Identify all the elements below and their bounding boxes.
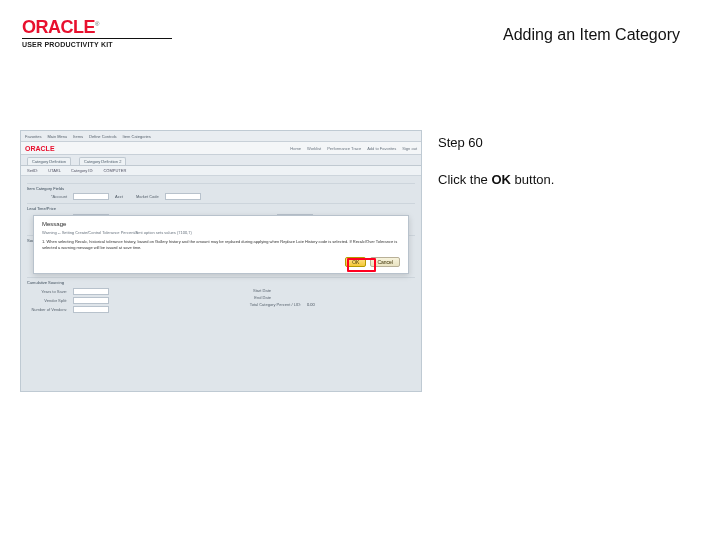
top-link[interactable]: Performance Trace: [327, 146, 361, 151]
account-hint: Acct: [115, 194, 123, 199]
vendor-split-field[interactable]: [73, 297, 109, 304]
app-brand-logo: ORACLE: [25, 145, 55, 152]
instruction-suffix: button.: [511, 172, 554, 187]
years-to-save-field[interactable]: [73, 288, 109, 295]
number-of-vendors-label: Number of Vendors:: [27, 307, 67, 312]
breadcrumb-item[interactable]: Define Controls: [89, 134, 117, 139]
start-date-label: Start Date: [231, 288, 271, 293]
section-lead-time-price: Lead Time/Price: [27, 203, 415, 211]
tab-category-definition-2[interactable]: Category Definition 2: [79, 157, 126, 165]
breadcrumb-item[interactable]: Item Categories: [123, 134, 151, 139]
top-link[interactable]: Worklist: [307, 146, 321, 151]
brand-tm: ®: [95, 21, 99, 27]
section-item-category-fields: Item Category Fields: [27, 183, 415, 191]
category-id-label: Category ID:: [71, 168, 93, 173]
breadcrumb-bar: Favorites Main Menu Items Define Control…: [21, 131, 421, 142]
top-link[interactable]: Home: [290, 146, 301, 151]
breadcrumb-item[interactable]: Items: [73, 134, 83, 139]
form-row: *Account Acct Market Code: [27, 193, 415, 200]
setid-label: SetID:: [27, 168, 38, 173]
number-of-vendors-field[interactable]: [73, 306, 109, 313]
page-title: Adding an Item Category: [503, 26, 680, 44]
dialog-button-row: OK Cancel: [42, 257, 400, 267]
category-id-value: COMPUTER: [103, 168, 126, 173]
account-label: *Account: [27, 194, 67, 199]
market-code-field[interactable]: [165, 193, 201, 200]
cancel-button[interactable]: Cancel: [370, 257, 400, 267]
section-cumulative-sourcing: Cumulative Sourcing: [27, 277, 415, 285]
brand-block: ORACLE® USER PRODUCTIVITY KIT: [22, 18, 172, 48]
breadcrumb-item[interactable]: Main Menu: [47, 134, 67, 139]
app-top-links: Home Worklist Performance Trace Add to F…: [290, 146, 417, 151]
total-category-percent-value: 0.00: [307, 302, 315, 307]
tab-category-definition[interactable]: Category Definition: [27, 157, 71, 165]
message-dialog: Message Warning -- Setting Create/Contro…: [33, 215, 409, 274]
market-code-label: Market Code: [129, 194, 159, 199]
embedded-app-screenshot: Favorites Main Menu Items Define Control…: [20, 130, 422, 392]
brand-main: ORACLE: [22, 17, 95, 37]
years-to-save-label: Years to Save:: [27, 289, 67, 294]
app-brand-row: ORACLE Home Worklist Performance Trace A…: [21, 142, 421, 155]
breadcrumb-item[interactable]: Favorites: [25, 134, 41, 139]
tab-bar: Category Definition Category Definition …: [21, 155, 421, 166]
step-label: Step 60: [438, 135, 688, 150]
dialog-body: 1. When selecting Recalc, historical tol…: [42, 239, 400, 251]
top-link[interactable]: Add to Favorites: [367, 146, 396, 151]
dialog-hint: Warning -- Setting Create/Control Tolera…: [42, 230, 400, 235]
vendor-split-label: Vendor Split:: [27, 298, 67, 303]
brand-logo: ORACLE®: [22, 18, 172, 36]
total-category-percent-label: Total Category Percent / LID:: [231, 302, 301, 307]
instruction-bold: OK: [491, 172, 511, 187]
top-link[interactable]: Sign out: [402, 146, 417, 151]
account-field[interactable]: [73, 193, 109, 200]
ok-button[interactable]: OK: [345, 257, 366, 267]
dialog-title: Message: [42, 221, 400, 227]
brand-subtitle: USER PRODUCTIVITY KIT: [22, 38, 172, 48]
context-row: SetID: UTARL Category ID: COMPUTER: [21, 166, 421, 176]
setid-value: UTARL: [48, 168, 61, 173]
instruction-text: Click the OK button.: [438, 172, 688, 187]
instruction-panel: Step 60 Click the OK button.: [438, 135, 688, 187]
instruction-prefix: Click the: [438, 172, 491, 187]
end-date-label: End Date: [231, 295, 271, 300]
